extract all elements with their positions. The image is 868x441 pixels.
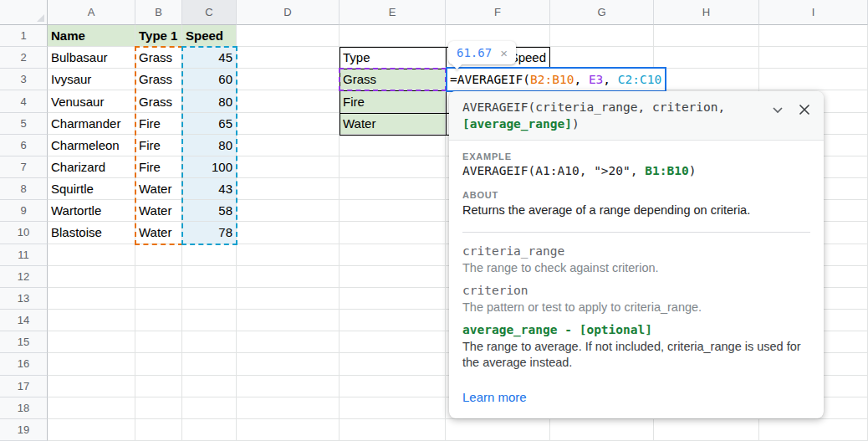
row-header-4[interactable]: 4 xyxy=(0,90,48,112)
cell-F19[interactable] xyxy=(446,419,550,441)
cell-B2[interactable]: Grass xyxy=(135,47,182,69)
cell-A10[interactable]: Blastoise xyxy=(48,222,135,244)
row-header-19[interactable]: 19 xyxy=(0,419,48,441)
cell-D7[interactable] xyxy=(237,156,340,178)
cell-C1[interactable]: Speed xyxy=(182,25,237,47)
column-header-G[interactable]: G xyxy=(550,0,654,25)
cell-D1[interactable] xyxy=(237,25,340,47)
cell-C3[interactable]: 60 xyxy=(182,69,237,90)
tooltip-close-icon[interactable]: × xyxy=(500,47,508,59)
cell-E16[interactable] xyxy=(340,353,446,375)
row-header-6[interactable]: 6 xyxy=(0,135,48,156)
cell-E1[interactable] xyxy=(340,25,446,47)
column-header-E[interactable]: E xyxy=(340,0,446,25)
row-header-9[interactable]: 9 xyxy=(0,200,48,222)
column-header-I[interactable]: I xyxy=(759,0,868,25)
column-header-D[interactable]: D xyxy=(237,0,340,25)
cell-E15[interactable] xyxy=(340,331,446,353)
cell-A18[interactable] xyxy=(48,397,135,419)
cell-C4[interactable]: 80 xyxy=(182,90,237,112)
cell-C10[interactable]: 78 xyxy=(182,222,237,244)
cell-C15[interactable] xyxy=(182,331,237,353)
cell-A4[interactable]: Venusaur xyxy=(48,90,135,112)
cell-B3[interactable]: Grass xyxy=(135,69,182,90)
cell-D14[interactable] xyxy=(237,310,340,331)
cell-D13[interactable] xyxy=(237,288,340,310)
cell-C14[interactable] xyxy=(182,310,237,331)
row-header-8[interactable]: 8 xyxy=(0,178,48,200)
cell-G1[interactable] xyxy=(550,25,654,47)
cell-C18[interactable] xyxy=(182,397,237,419)
cell-C13[interactable] xyxy=(182,288,237,310)
row-header-7[interactable]: 7 xyxy=(0,156,48,178)
cell-B5[interactable]: Fire xyxy=(135,113,182,135)
row-header-1[interactable]: 1 xyxy=(0,25,48,47)
close-icon[interactable] xyxy=(797,102,812,117)
cell-A2[interactable]: Bulbasaur xyxy=(48,47,135,69)
cell-B14[interactable] xyxy=(135,310,182,331)
cell-D10[interactable] xyxy=(237,222,340,244)
cell-A7[interactable]: Charizard xyxy=(48,156,135,178)
select-all-corner[interactable] xyxy=(0,0,48,25)
cell-D17[interactable] xyxy=(237,376,340,397)
cell-E18[interactable] xyxy=(340,397,446,419)
cell-D3[interactable] xyxy=(237,69,340,90)
cell-H1[interactable] xyxy=(654,25,759,47)
formula-cell-editor[interactable]: =AVERAGEIF(B2:B10, E3, C2:C10 xyxy=(446,67,666,92)
cell-C2[interactable]: 45 xyxy=(182,47,237,69)
cell-E4[interactable]: Fire xyxy=(340,90,446,112)
cell-B17[interactable] xyxy=(135,376,182,397)
cell-E9[interactable] xyxy=(340,200,446,222)
cell-A9[interactable]: Wartortle xyxy=(48,200,135,222)
cell-B12[interactable] xyxy=(135,266,182,288)
cell-E10[interactable] xyxy=(340,222,446,244)
cell-E19[interactable] xyxy=(340,419,446,441)
row-header-13[interactable]: 13 xyxy=(0,288,48,310)
cell-E12[interactable] xyxy=(340,266,446,288)
cell-E11[interactable] xyxy=(340,244,446,266)
cell-D8[interactable] xyxy=(237,178,340,200)
learn-more-link[interactable]: Learn more xyxy=(462,390,527,404)
cell-G19[interactable] xyxy=(550,419,654,441)
cell-D2[interactable] xyxy=(237,47,340,69)
cell-H2[interactable] xyxy=(654,47,759,69)
row-header-11[interactable]: 11 xyxy=(0,244,48,266)
cell-A1[interactable]: Name xyxy=(48,25,135,47)
cell-A14[interactable] xyxy=(48,310,135,331)
cell-C17[interactable] xyxy=(182,376,237,397)
row-header-2[interactable]: 2 xyxy=(0,47,48,69)
cell-C9[interactable]: 58 xyxy=(182,200,237,222)
cell-I1[interactable] xyxy=(759,25,868,47)
cell-B8[interactable]: Water xyxy=(135,178,182,200)
cell-D18[interactable] xyxy=(237,397,340,419)
cell-A17[interactable] xyxy=(48,376,135,397)
cell-E14[interactable] xyxy=(340,310,446,331)
cell-A5[interactable]: Charmander xyxy=(48,113,135,135)
row-header-12[interactable]: 12 xyxy=(0,266,48,288)
cell-A11[interactable] xyxy=(48,244,135,266)
cell-C16[interactable] xyxy=(182,353,237,375)
cell-B15[interactable] xyxy=(135,331,182,353)
column-header-F[interactable]: F xyxy=(446,0,550,25)
cell-D11[interactable] xyxy=(237,244,340,266)
cell-H3[interactable] xyxy=(654,69,759,90)
cell-E17[interactable] xyxy=(340,376,446,397)
cell-I2[interactable] xyxy=(759,47,868,69)
cell-B1[interactable]: Type 1 xyxy=(135,25,182,47)
row-header-18[interactable]: 18 xyxy=(0,397,48,419)
cell-A6[interactable]: Charmeleon xyxy=(48,135,135,156)
cell-B4[interactable]: Grass xyxy=(135,90,182,112)
cell-E6[interactable] xyxy=(340,135,446,156)
column-header-H[interactable]: H xyxy=(654,0,759,25)
cell-B9[interactable]: Water xyxy=(135,200,182,222)
cell-B19[interactable] xyxy=(135,419,182,441)
column-header-C[interactable]: C xyxy=(182,0,237,25)
cell-B6[interactable]: Fire xyxy=(135,135,182,156)
row-header-10[interactable]: 10 xyxy=(0,222,48,244)
cell-A3[interactable]: Ivysaur xyxy=(48,69,135,90)
cell-A15[interactable] xyxy=(48,331,135,353)
cell-I3[interactable] xyxy=(759,69,868,90)
cell-B16[interactable] xyxy=(135,353,182,375)
cell-B10[interactable]: Water xyxy=(135,222,182,244)
cell-A12[interactable] xyxy=(48,266,135,288)
